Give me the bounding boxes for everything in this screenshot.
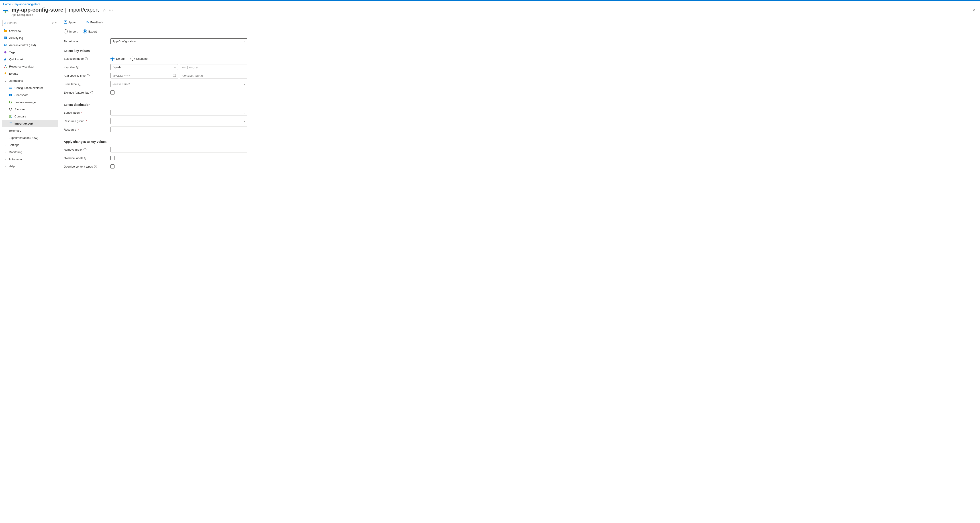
favorite-star-icon[interactable]: ☆ bbox=[103, 8, 106, 13]
remove-prefix-input[interactable] bbox=[110, 147, 247, 152]
chevron-down-icon: ⌄ bbox=[243, 83, 245, 86]
info-icon[interactable]: i bbox=[94, 165, 97, 168]
info-icon[interactable]: i bbox=[87, 74, 89, 77]
chevron-right-icon: › bbox=[3, 165, 7, 168]
resource-select[interactable]: ⌄ bbox=[110, 127, 247, 132]
key-filter-select[interactable]: Equals ⌄ bbox=[110, 64, 178, 70]
info-icon[interactable]: i bbox=[84, 148, 86, 151]
calendar-icon[interactable] bbox=[173, 74, 176, 78]
section-select-destination: Select destination bbox=[64, 103, 975, 107]
sidebar-group-operations[interactable]: ⌄ Operations bbox=[2, 77, 58, 84]
chevron-down-icon: ⌄ bbox=[243, 120, 245, 123]
collapse-sidebar-icon[interactable]: « bbox=[55, 21, 57, 24]
import-export-icon bbox=[3, 8, 10, 14]
key-filter-input[interactable] bbox=[180, 64, 247, 70]
info-icon[interactable]: i bbox=[84, 157, 87, 159]
from-label-label: From labeli bbox=[64, 83, 110, 86]
import-export-icon bbox=[9, 122, 13, 125]
radio-import[interactable]: Import bbox=[64, 29, 78, 33]
sidebar-group-telemetry[interactable]: › Telemetry bbox=[2, 127, 58, 134]
svg-line-1 bbox=[6, 23, 6, 24]
apply-button[interactable]: Apply bbox=[64, 21, 76, 24]
sidebar-search[interactable] bbox=[2, 20, 50, 26]
breadcrumb-home[interactable]: Home bbox=[3, 2, 11, 6]
target-type-select[interactable]: App Configuration ⌄ bbox=[110, 38, 247, 44]
compare-icon bbox=[9, 115, 13, 118]
feedback-button[interactable]: Feedback bbox=[86, 21, 103, 24]
sidebar-item-events[interactable]: Events bbox=[2, 70, 58, 77]
restore-icon bbox=[9, 107, 13, 111]
subscription-select[interactable]: ⌄ bbox=[110, 110, 247, 115]
sidebar: ◇ « Overview Activity log Access control… bbox=[0, 18, 58, 180]
svg-point-9 bbox=[6, 44, 7, 45]
chevron-down-icon: ⌄ bbox=[243, 111, 245, 114]
page-section: Import/export bbox=[67, 7, 99, 13]
chevron-right-icon: › bbox=[3, 150, 7, 154]
sidebar-item-quickstart[interactable]: Quick start bbox=[2, 56, 58, 63]
sidebar-item-compare[interactable]: Compare bbox=[2, 113, 58, 120]
resource-label: Resource* bbox=[64, 128, 110, 131]
close-blade-icon[interactable]: ✕ bbox=[972, 8, 975, 13]
feature-flag-icon bbox=[9, 100, 13, 104]
search-input[interactable] bbox=[7, 21, 49, 24]
sidebar-group-experimentation[interactable]: › Experimentation (New) bbox=[2, 134, 58, 141]
sidebar-item-activity-log[interactable]: Activity log bbox=[2, 34, 58, 41]
radio-default[interactable]: Default bbox=[110, 57, 125, 61]
info-icon[interactable]: i bbox=[78, 83, 81, 86]
sidebar-item-visualizer[interactable]: Resource visualizer bbox=[2, 63, 58, 70]
date-input[interactable] bbox=[110, 73, 178, 78]
override-ct-checkbox[interactable] bbox=[110, 164, 115, 169]
sidebar-item-snapshots[interactable]: Snapshots bbox=[2, 91, 58, 99]
expand-collapse-icon[interactable]: ◇ bbox=[52, 21, 54, 24]
sidebar-item-overview[interactable]: Overview bbox=[2, 27, 58, 34]
sidebar-group-help[interactable]: › Help bbox=[2, 163, 58, 170]
resource-type: App Configuration bbox=[11, 13, 99, 16]
svg-point-10 bbox=[5, 51, 5, 52]
selection-mode-label: Selection modei bbox=[64, 57, 110, 61]
info-icon[interactable]: i bbox=[91, 91, 93, 94]
chevron-right-icon: › bbox=[3, 158, 7, 161]
override-labels-checkbox[interactable] bbox=[110, 156, 115, 160]
radio-snapshot[interactable]: Snapshot bbox=[130, 57, 148, 61]
chevron-down-icon: ⌄ bbox=[174, 66, 176, 69]
config-explorer-icon bbox=[9, 86, 13, 89]
override-ct-label: Override content typesi bbox=[64, 165, 110, 168]
resource-group-select[interactable]: ⌄ bbox=[110, 118, 247, 124]
svg-rect-7 bbox=[5, 38, 6, 39]
radio-export[interactable]: Export bbox=[83, 29, 97, 33]
feedback-icon bbox=[86, 21, 89, 24]
svg-rect-26 bbox=[11, 115, 12, 118]
svg-rect-18 bbox=[10, 88, 12, 88]
overview-icon bbox=[3, 29, 7, 32]
time-input[interactable] bbox=[180, 73, 247, 78]
svg-rect-24 bbox=[10, 102, 11, 103]
sidebar-item-restore[interactable]: Restore bbox=[2, 105, 58, 113]
chevron-down-icon: ⌄ bbox=[243, 128, 245, 131]
sidebar-group-settings[interactable]: › Settings bbox=[2, 141, 58, 148]
info-icon[interactable]: i bbox=[76, 66, 79, 69]
sidebar-group-automation[interactable]: › Automation bbox=[2, 156, 58, 163]
target-type-label: Target type bbox=[64, 40, 110, 43]
svg-line-16 bbox=[5, 65, 6, 67]
svg-point-8 bbox=[4, 44, 5, 45]
page-title: my-app-config-store bbox=[11, 7, 63, 13]
sidebar-item-config-explorer[interactable]: Configuration explorer bbox=[2, 84, 58, 91]
sidebar-item-iam[interactable]: Access control (IAM) bbox=[2, 41, 58, 49]
sidebar-item-feature-manager[interactable]: Feature manager bbox=[2, 99, 58, 105]
from-label-select[interactable]: Please select ⌄ bbox=[110, 81, 247, 87]
save-icon bbox=[64, 21, 67, 24]
svg-rect-22 bbox=[10, 101, 12, 104]
main-content: Apply Feedback Import Export Target type bbox=[58, 18, 980, 180]
svg-rect-17 bbox=[10, 87, 12, 87]
svg-point-0 bbox=[4, 22, 6, 23]
info-icon[interactable]: i bbox=[85, 57, 88, 60]
sidebar-group-monitoring[interactable]: › Monitoring bbox=[2, 148, 58, 156]
breadcrumb-store[interactable]: my-app-config-store bbox=[14, 2, 40, 6]
import-export-mode: Import Export bbox=[64, 29, 975, 33]
sidebar-item-import-export[interactable]: Import/export bbox=[2, 120, 58, 127]
exclude-ff-checkbox[interactable] bbox=[110, 91, 115, 94]
more-actions-icon[interactable]: ••• bbox=[109, 8, 113, 13]
subscription-label: Subscription* bbox=[64, 111, 110, 114]
sidebar-item-tags[interactable]: Tags bbox=[2, 49, 58, 56]
svg-rect-30 bbox=[173, 74, 176, 77]
